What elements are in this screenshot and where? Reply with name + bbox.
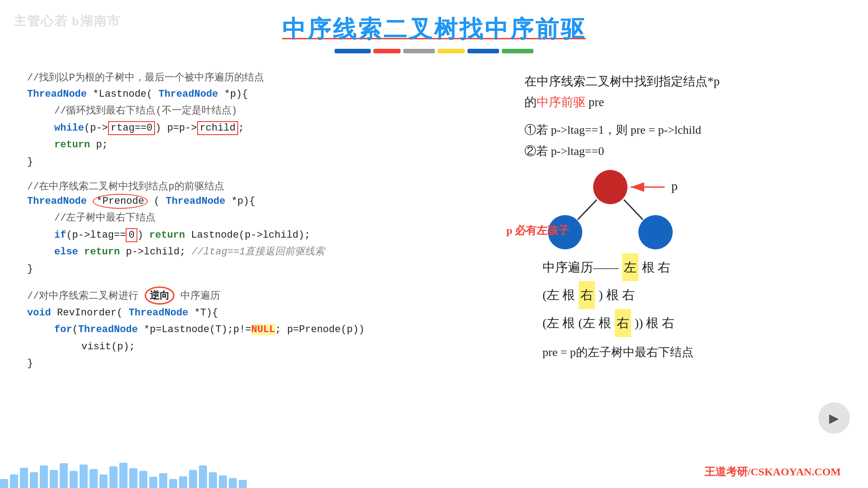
bottom-bar-2 (10, 474, 18, 488)
play-button[interactable]: ▶ (818, 402, 850, 434)
bottom-bars (0, 461, 868, 488)
main-content: //找到以P为根的子树中，最后一个被中序遍历的结点 ThreadNode *La… (0, 58, 868, 376)
bottom-bar-7 (60, 463, 68, 488)
code-if-cond: (p->ltag== (66, 230, 126, 241)
rtag-box: rtag==0 (108, 121, 155, 135)
must-have-children-label: p 必有左孩子 (506, 223, 569, 238)
semicolon-1: ; (238, 122, 244, 134)
bottom-bar-23 (219, 475, 227, 488)
trav-line-1: 中序遍历—— 左 根 右 (542, 253, 841, 282)
tree-edge-left (578, 200, 597, 220)
section3-code: void RevInorder( ThreadNode *T){ for(Thr… (27, 305, 506, 372)
right-intro: 在中序线索二叉树中找到指定结点*p 的中序前驱 pre (524, 71, 841, 113)
kw-else: else (54, 246, 78, 258)
code-comment-inner-1: //循环找到最右下结点(不一定是叶结点) (54, 103, 506, 119)
bottom-bar-21 (199, 465, 207, 488)
color-bar-5 (467, 49, 499, 53)
code-while-line: while(p->rtag==0) p=p->rchild; (54, 120, 506, 136)
section2-code: ThreadNode *Prenode ( ThreadNode *p){ //… (27, 193, 506, 277)
code-for-open: ( (72, 324, 78, 335)
tree-right-node (638, 215, 673, 249)
bottom-bar-15 (139, 471, 147, 488)
bottom-bar-3 (20, 468, 28, 488)
color-bars (0, 49, 868, 53)
code-brace-3: } (27, 355, 506, 372)
code-t-arg: *T){ (194, 307, 218, 319)
bottom-bar-22 (209, 472, 217, 488)
null-kw: NULL (251, 324, 275, 335)
ltag-box: 0 (126, 228, 137, 242)
trav-line-3: (左 根 (左 根 右 )) 根 右 (542, 309, 841, 337)
kw-void: void (27, 307, 51, 319)
kw-for: for (54, 324, 72, 335)
tree-root-node (593, 170, 627, 204)
section3-comment-text: //对中序线索二叉树进行 逆向 中序遍历 (27, 291, 220, 302)
code-paren-close: ) p=p-> (155, 122, 197, 134)
watermark: 主管心若 b湖南市 (14, 13, 121, 30)
code-for-body2: ; p=Prenode(p)) (275, 324, 365, 335)
bottom-bar-14 (129, 468, 137, 488)
header: 中序线索二叉树找中序前驱 (0, 0, 868, 53)
bottom-bar-16 (149, 477, 157, 488)
trav3-pre: (左 根 (左 根 (542, 309, 611, 337)
bottom-bar-8 (70, 471, 78, 488)
trav3-suf: )) 根 右 (635, 309, 675, 337)
color-bar-3 (403, 49, 435, 53)
bottom-bar-10 (90, 469, 98, 488)
bottom-bar-25 (239, 480, 247, 488)
kw-threadnode-6: ThreadNode (78, 324, 138, 335)
section3-comment: //对中序线索二叉树进行 逆向 中序遍历 (27, 286, 506, 305)
code-args: ( (154, 196, 160, 207)
code-text-1: *Lastnode( (93, 89, 152, 100)
kw-if: if (54, 230, 66, 241)
section2-comment: //在中序线索二叉树中找到结点p的前驱结点 (27, 179, 506, 193)
right-intro-line1: 在中序线索二叉树中找到指定结点*p (524, 71, 841, 92)
code-for-line: for(ThreadNode *p=Lastnode(T);p!=NULL; p… (54, 321, 506, 338)
bottom-bar-9 (80, 465, 88, 488)
code-paren-open: (p-> (84, 122, 108, 134)
kw-threadnode-2: ThreadNode (158, 89, 218, 100)
kw-threadnode-5: ThreadNode (128, 307, 188, 319)
rchild-box: rchild (197, 121, 238, 135)
bottom-bar-6 (50, 470, 58, 488)
code-line-1: ThreadNode *Lastnode( ThreadNode *p){ (27, 86, 506, 103)
traversal-area: 中序遍历—— 左 根 右 (左 根 右 ) 根 右 (左 根 (左 根 右 ))… (542, 253, 841, 337)
left-panel: //找到以P为根的子树中，最后一个被中序遍历的结点 ThreadNode *La… (27, 62, 506, 372)
code-if-line: if(p->ltag==0) return Lastnode(p->lchild… (54, 227, 506, 244)
kw-threadnode-1: ThreadNode (27, 89, 87, 100)
bottom-bar-5 (40, 465, 48, 488)
main-title: 中序线索二叉树找中序前驱 (0, 14, 868, 45)
color-bar-1 (335, 49, 371, 53)
code-text-2: *p){ (224, 89, 248, 100)
code-revinorder: RevInorder( (57, 307, 123, 319)
right-intro-line2: 的中序前驱 pre (524, 92, 841, 113)
trav1-left: 左 (622, 253, 638, 282)
section1-code: ThreadNode *Lastnode( ThreadNode *p){ //… (27, 86, 506, 170)
kw-return-3: return (84, 246, 120, 258)
bottom-bar-19 (179, 476, 187, 488)
trav-line-2: (左 根 右 ) 根 右 (542, 281, 841, 309)
code-else-space (78, 246, 84, 258)
kw-threadnode-3: ThreadNode (27, 196, 87, 207)
code-comment-inner-2: //左子树中最右下结点 (54, 210, 506, 226)
color-bar-6 (502, 49, 533, 53)
bottom-bar-20 (189, 470, 197, 488)
bottom-bar-24 (229, 478, 237, 488)
color-bar-4 (438, 49, 465, 53)
code-args-2: *p){ (231, 196, 255, 207)
bottom-bar-11 (99, 474, 108, 488)
conclusion: pre = p的左子树中最右下结点 (542, 344, 841, 360)
trav2-pre: (左 根 (542, 281, 575, 309)
tree-diagram-area: p p 必有左孩子 (538, 164, 841, 253)
bottom-bar-12 (109, 466, 118, 488)
kw-return-2: return (149, 230, 185, 241)
rule2: ②若 p->ltag==0 (524, 143, 841, 159)
code-visit: visit(p); (81, 338, 506, 355)
highlight-preorder: 中序前驱 (537, 95, 585, 109)
bottom-bar-18 (169, 479, 177, 488)
color-bar-2 (373, 49, 401, 53)
bottom-bar-1 (0, 479, 8, 488)
code-brace-2: } (27, 261, 506, 277)
circle-annotation: 逆向 (145, 286, 175, 305)
bottom-bar-4 (30, 472, 38, 488)
